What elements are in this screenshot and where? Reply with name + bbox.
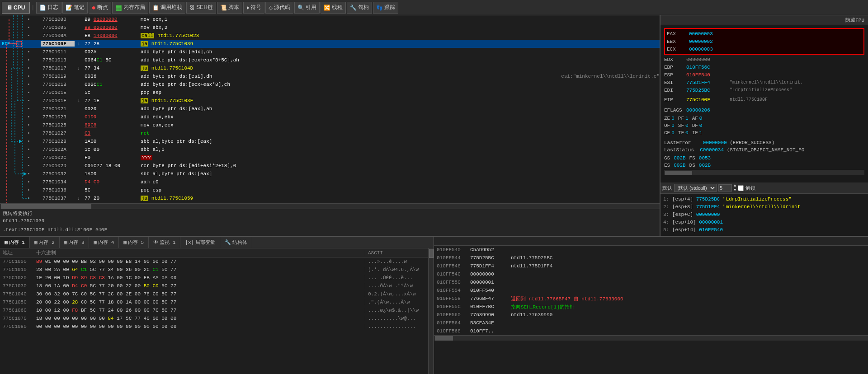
disasm-row[interactable]: • 775C1000 B9 01000000 mov ecx,1 xyxy=(0,15,660,23)
tab-struct[interactable]: 🔧 结构体 xyxy=(220,237,252,248)
seh-chain-button[interactable]: ⛓ SEH链 xyxy=(186,2,216,14)
disasm-row[interactable]: • 775C101E 5c pop esp xyxy=(0,89,660,97)
reg-esi-value[interactable]: 775D1FF4 xyxy=(686,80,722,85)
ds-value[interactable]: 002B xyxy=(699,163,711,168)
cc-spinners[interactable]: ▲ ▼ xyxy=(734,183,736,192)
mem-row[interactable]: 775C1050 20 00 22 00 28 C0 5C 77 18 00 1… xyxy=(0,298,428,306)
mem-row[interactable]: 775C1070 18 00 00 00 00 00 00 00 84 17 5… xyxy=(0,314,428,323)
disasm-row[interactable]: • 775C1011 002A add byte ptr ds:[edx],ch xyxy=(0,48,660,56)
disasm-row-current[interactable]: EIP → ↓ 775C100F ↓ 77 28 ja ntd11.775C10… xyxy=(0,40,660,48)
stack-data-row[interactable]: 010FF540 C5AD9D52 xyxy=(434,246,868,254)
disasm-row[interactable]: • 775C1032 1A00 sbb al,byte ptr ds:[eax] xyxy=(0,170,660,178)
disasm-row[interactable]: • 775C1019 0036 add byte ptr ds:[esi],dh… xyxy=(0,72,660,80)
laststatus-value[interactable]: C0000034 xyxy=(700,147,724,153)
cpu-button[interactable]: 🖥 CPU xyxy=(2,2,30,14)
disasm-row[interactable]: • 775C1025 89C8 mov eax,ecx xyxy=(0,121,660,129)
stack-data-row[interactable]: 010FF550 00000001 xyxy=(434,278,868,286)
stack-addr-3[interactable]: 00000000 xyxy=(696,212,720,217)
fs-value[interactable]: 0053 xyxy=(699,155,711,161)
stack-data-row[interactable]: 010FF54C 00000000 xyxy=(434,270,868,278)
lasterror-value[interactable]: 00000000 xyxy=(703,140,727,145)
reg-hscroll[interactable] xyxy=(664,170,864,175)
disasm-row[interactable]: • 775C1017 ↓ 77 34 ja ntd11.775C104D xyxy=(0,64,660,72)
tab-memory-1[interactable]: ▦ 内存 1 xyxy=(0,237,30,248)
handles-button[interactable]: 🔧 句柄 xyxy=(347,2,372,14)
cc-num-input[interactable] xyxy=(718,184,732,192)
tab-memory-2[interactable]: ▦ 内存 2 xyxy=(30,237,60,248)
references-button[interactable]: 🔍 引用 xyxy=(294,2,320,14)
mem-row[interactable]: 775C1000 B9 01 00 00 00 BB 02 00 00 00 E… xyxy=(0,257,428,266)
stack-data-row[interactable]: 010FF568 010FF7.. xyxy=(434,327,868,335)
reg-ecx-value[interactable]: 00000003 xyxy=(689,47,725,52)
stack-addr-1[interactable]: 775D25BC xyxy=(696,196,720,202)
stack-data-row[interactable]: 010FF548 775D1FF4 ntd11.775D1FF4 xyxy=(434,262,868,270)
disasm-row[interactable]: • 775C1034 D4 C0 aam c0 xyxy=(0,178,660,186)
disasm-row[interactable]: • 775C1027 C3 ret xyxy=(0,129,660,137)
gs-value[interactable]: 002B xyxy=(674,155,685,161)
tab-watch-1[interactable]: 👁 监视 1 xyxy=(149,237,180,248)
disasm-row[interactable]: • 775C101B 002CC1 add byte ptr ds:[ecx+e… xyxy=(0,80,660,89)
threads-button[interactable]: 🔀 线程 xyxy=(321,2,346,14)
reg-edx-value[interactable]: 00000000 xyxy=(686,57,722,62)
reg-eax-value[interactable]: 00000003 xyxy=(689,31,725,37)
hscroll-thumb[interactable] xyxy=(1,204,91,209)
call-stack-button[interactable]: 📋 调用堆栈 xyxy=(149,2,185,14)
reg-ebx-value[interactable]: 00000002 xyxy=(689,39,725,44)
mem-vscroll[interactable] xyxy=(428,248,434,374)
memory-layout-button[interactable]: ▦ 内存布局 xyxy=(112,2,148,14)
disasm-row[interactable]: → 775C1039 0022 add byte ptr ds:[edx],ah xyxy=(0,202,660,203)
cc-unlock-check[interactable] xyxy=(738,185,744,191)
stack-data-row[interactable]: 010FF544 775D25BC ntd11.775D25BC xyxy=(434,254,868,262)
mem-row[interactable]: 775C1010 28 00 2A 00 64 C1 5C 77 34 00 3… xyxy=(0,266,428,274)
stack-hscroll-thumb[interactable] xyxy=(435,336,453,341)
stack-addr-2[interactable]: 775D1FF4 xyxy=(696,204,720,210)
mem-row[interactable]: 775C1030 18 00 1A 00 D4 C0 5C 77 20 00 2… xyxy=(0,282,428,290)
stack-addr-5[interactable]: 010FF540 xyxy=(699,227,723,233)
stack-data-row[interactable]: 010FF554 010FF540 xyxy=(434,286,868,295)
disasm-row[interactable]: • 775C1013 0064C1 5C add byte ptr ds:[ec… xyxy=(0,56,660,64)
source-button[interactable]: ◇ 源代码 xyxy=(265,2,293,14)
cc-select[interactable]: 默认 (stdcall) xyxy=(674,184,717,192)
disasm-row[interactable]: • 775C1021 0020 add byte ptr ds:[eax],ah xyxy=(0,105,660,113)
mem-row[interactable]: 775C1080 00 00 00 00 00 00 00 00 00 00 0… xyxy=(0,323,428,331)
eflags-value[interactable]: 00000206 xyxy=(686,108,722,113)
reg-eip-value[interactable]: 775C100F xyxy=(686,97,722,103)
tab-memory-4[interactable]: ▦ 内存 4 xyxy=(89,237,119,248)
es-value[interactable]: 002B xyxy=(674,163,685,168)
cc-up-arrow[interactable]: ▲ xyxy=(734,183,736,188)
stack-data-row[interactable]: 010FF564 B3CEA34E xyxy=(434,319,868,327)
disasm-row[interactable]: • 775C1023 01D9 add ecx,ebx xyxy=(0,113,660,121)
disasm-row[interactable]: • 775C101F ↓ 77 1E ja ntd11.775C103F xyxy=(0,97,660,105)
symbols-button[interactable]: ♦ 符号 xyxy=(243,2,264,14)
breakpoint-button[interactable]: ● 断点 xyxy=(89,2,112,14)
reg-esp-value[interactable]: 010FF540 xyxy=(686,72,722,78)
stack-data-row[interactable]: 010FF558 7766BF47 返回到 ntd11.7766BF47 自 n… xyxy=(434,295,868,303)
stack-addr-4[interactable]: 00000001 xyxy=(699,220,723,225)
disasm-row[interactable]: • 775C102D C05C77 18 00 rcr byte ptr ds:… xyxy=(0,162,660,170)
log-button[interactable]: 📄 日志 xyxy=(36,2,61,14)
disasm-row[interactable]: • 775C1037 ↓ 77 20 ja ntd11.775C1059 xyxy=(0,194,660,202)
reg-ebp-value[interactable]: 010FF56C xyxy=(686,65,722,70)
tab-memory-5[interactable]: ▦ 内存 5 xyxy=(119,237,149,248)
notes-button[interactable]: 📝 笔记 xyxy=(62,2,88,14)
disasm-row[interactable]: • 775C1005 BB 02000000 mov ebx,2 xyxy=(0,23,660,32)
disasm-row[interactable]: • 775C102A 1c 00 sbb al,0 xyxy=(0,145,660,154)
disasm-row[interactable]: • 775C100A E8 14000000 call ntd11.775C10… xyxy=(0,32,660,40)
disasm-row[interactable]: • 775C1036 5C pop esp xyxy=(0,186,660,194)
stack-hscroll[interactable] xyxy=(434,335,868,341)
stack-data-row[interactable]: 010FF560 77639990 ntd11.77639990 xyxy=(434,311,868,319)
disasm-row[interactable]: • 775C102C F0 ??? xyxy=(0,154,660,162)
trace-button[interactable]: 👣 跟踪 xyxy=(373,2,398,14)
reg-hscroll-thumb[interactable] xyxy=(665,171,692,175)
disasm-hscroll[interactable] xyxy=(0,203,660,209)
tab-locals[interactable]: |x| 局部变量 xyxy=(180,237,220,248)
script-button[interactable]: 📜 脚本 xyxy=(217,2,242,14)
cc-down-arrow[interactable]: ▼ xyxy=(734,188,736,192)
mem-scroll-thumb[interactable] xyxy=(429,249,434,258)
stack-data-row[interactable]: 010FF55C 010FF7BC 指向SEH_Record[1]的指针 xyxy=(434,303,868,311)
mem-row[interactable]: 775C1020 1E 20 00 1D D9 89 C8 C3 1A 00 1… xyxy=(0,274,428,282)
tab-memory-3[interactable]: ▦ 内存 3 xyxy=(60,237,90,248)
reg-edi-value[interactable]: 775D25BC xyxy=(686,88,722,93)
mem-row[interactable]: 775C1040 30 00 32 00 7C C0 5C 77 2C 00 2… xyxy=(0,290,428,298)
disasm-row[interactable]: • 775C1028 1A00 sbb al,byte ptr ds:[eax] xyxy=(0,137,660,145)
